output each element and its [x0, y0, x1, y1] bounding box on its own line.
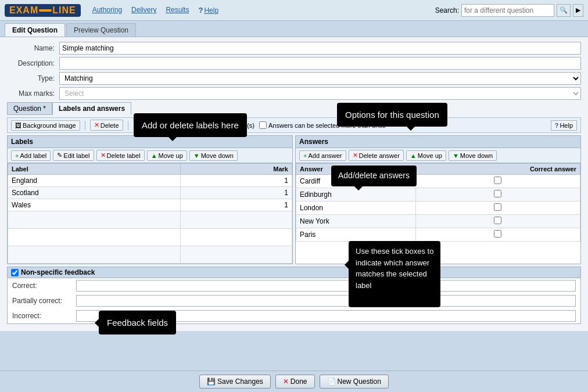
save-icon: 💾 — [207, 377, 216, 386]
correct-answer-cell[interactable] — [415, 215, 580, 228]
delete-label: Delete — [101, 122, 119, 129]
tab-labels-answers[interactable]: Labels and answers — [52, 102, 131, 115]
type-select[interactable]: Matching — [59, 72, 581, 85]
footer: 💾 Save Changes ✕ Done 📄 New Question — [0, 371, 588, 392]
delete-label-icon: ✕ — [101, 152, 106, 159]
delete-button[interactable]: ✕ Delete — [90, 120, 123, 131]
help-button[interactable]: ? Help — [551, 120, 577, 131]
edit-label-text: Edit label — [63, 152, 89, 159]
correct-checkbox[interactable] — [494, 230, 501, 238]
toolbar: 🖼 Background image ✕ Delete All parts mu… — [7, 117, 581, 133]
new-question-label: New Question — [338, 377, 381, 386]
correct-answer-cell[interactable] — [415, 202, 580, 215]
options-callout: Options for this question — [337, 103, 447, 127]
correct-answer-cell[interactable] — [415, 188, 580, 202]
feedback-correct-row: Correct: — [8, 278, 580, 293]
labels-toolbar: + Add label ✎ Edit label ✕ Delete label … — [8, 148, 292, 163]
search-button[interactable]: 🔍 — [557, 4, 571, 17]
feedback-callout: Feedback fields — [99, 311, 176, 335]
delete-answer-icon: ✕ — [353, 152, 358, 159]
table-row[interactable]: Edinburgh — [296, 188, 580, 202]
tab-preview-question[interactable]: Preview Question — [66, 23, 136, 37]
nav-results[interactable]: Results — [166, 6, 189, 15]
correct-checkbox[interactable] — [494, 190, 501, 197]
feedback-toggle[interactable] — [11, 269, 19, 276]
search-label: Search: — [435, 6, 459, 15]
correct-answer-cell[interactable] — [415, 228, 580, 242]
feedback-correct-label: Correct: — [12, 282, 76, 290]
delete-answer-text: Delete answer — [359, 152, 400, 159]
table-row[interactable]: London — [296, 202, 580, 215]
labels-panel: Labels + Add label ✎ Edit label ✕ Delete… — [7, 135, 293, 264]
name-row: Name: — [7, 42, 581, 55]
move-up-answer-icon: ▲ — [410, 152, 417, 159]
maxmarks-row: Max marks: Select — [7, 87, 581, 100]
page-tabs: Edit Question Preview Question — [0, 21, 588, 37]
background-image-button[interactable]: 🖼 Background image — [11, 120, 80, 131]
table-row[interactable]: England 1 — [8, 175, 292, 187]
tab-edit-question[interactable]: Edit Question — [5, 23, 65, 37]
search-input[interactable] — [461, 4, 554, 17]
correct-answer-cell[interactable] — [415, 175, 580, 188]
move-up-label-icon: ▲ — [151, 152, 157, 159]
done-label: Done — [291, 377, 307, 386]
type-label: Type: — [7, 74, 59, 82]
edit-label-button[interactable]: ✎ Edit label — [53, 150, 94, 161]
delete-answer-button[interactable]: ✕ Delete answer — [349, 150, 404, 161]
name-input[interactable] — [59, 42, 581, 55]
table-row[interactable]: Paris — [296, 228, 580, 242]
correct-checkbox[interactable] — [494, 217, 501, 224]
nav-help[interactable]: Help — [204, 6, 218, 15]
add-answer-icon: + — [303, 152, 307, 159]
add-answer-button[interactable]: + Add answer — [299, 150, 346, 161]
table-row — [8, 229, 292, 246]
table-row[interactable]: New York — [296, 215, 580, 228]
done-icon: ✕ — [283, 377, 289, 386]
correct-checkbox[interactable] — [494, 203, 501, 211]
new-question-button[interactable]: 📄 New Question — [320, 375, 389, 389]
search-next-button[interactable]: ▶ — [573, 4, 583, 17]
move-up-label-button[interactable]: ▲ Move up — [147, 150, 187, 161]
delete-label-button[interactable]: ✕ Delete label — [96, 150, 145, 161]
maxmarks-label: Max marks: — [7, 89, 59, 98]
maxmarks-select[interactable]: Select — [59, 87, 581, 100]
answer-cell: London — [296, 202, 416, 215]
move-down-answer-button[interactable]: ▼ Move down — [449, 150, 497, 161]
table-row[interactable]: Scotland 1 — [8, 187, 292, 199]
correct-checkbox[interactable] — [494, 177, 501, 184]
answers-toolbar: + Add answer ✕ Delete answer ▲ Move up ▼… — [296, 148, 580, 163]
labels-table: Label Mark England 1 Scotland 1 — [8, 163, 292, 264]
feedback-section: Non-specific feedback Correct: Partially… — [7, 267, 581, 324]
labels-panel-header: Labels — [8, 136, 292, 148]
mark-cell: 1 — [180, 199, 292, 211]
move-up-answer-text: Move up — [418, 152, 442, 159]
move-down-label-icon: ▼ — [193, 152, 200, 159]
move-up-label-text: Move up — [159, 152, 183, 159]
feedback-correct-input[interactable] — [76, 280, 576, 292]
table-row[interactable]: Wales 1 — [8, 199, 292, 211]
feedback-partial-input[interactable] — [76, 295, 576, 307]
label-cell: Wales — [8, 199, 181, 211]
tab-question[interactable]: Question * — [7, 102, 52, 115]
done-button[interactable]: ✕ Done — [275, 375, 315, 389]
mark-col-header: Mark — [180, 164, 292, 175]
feedback-partial-row: Partially correct: — [8, 293, 580, 308]
table-row — [8, 211, 292, 229]
name-label: Name: — [7, 44, 59, 52]
add-label-button[interactable]: + Add label — [11, 150, 51, 161]
action-tabs: Question * Labels and answers — [7, 102, 581, 115]
nav-delivery[interactable]: Delivery — [131, 6, 156, 15]
answers-panel-header: Answers — [296, 136, 580, 148]
nav-authoring[interactable]: Authoring — [92, 6, 122, 15]
answers-more-than-once-checkbox[interactable] — [259, 121, 267, 129]
feedback-title: Non-specific feedback — [21, 268, 95, 276]
answer-cell: New York — [296, 215, 416, 228]
description-input[interactable] — [59, 57, 581, 70]
move-down-label-button[interactable]: ▼ Move down — [189, 150, 238, 161]
delete-icon: ✕ — [94, 121, 99, 129]
image-icon: 🖼 — [15, 122, 21, 129]
move-up-answer-button[interactable]: ▲ Move up — [406, 150, 446, 161]
main-nav: Authoring Delivery Results ? Help — [92, 6, 435, 15]
save-changes-label: Save Changes — [217, 377, 263, 386]
save-changes-button[interactable]: 💾 Save Changes — [199, 375, 271, 389]
